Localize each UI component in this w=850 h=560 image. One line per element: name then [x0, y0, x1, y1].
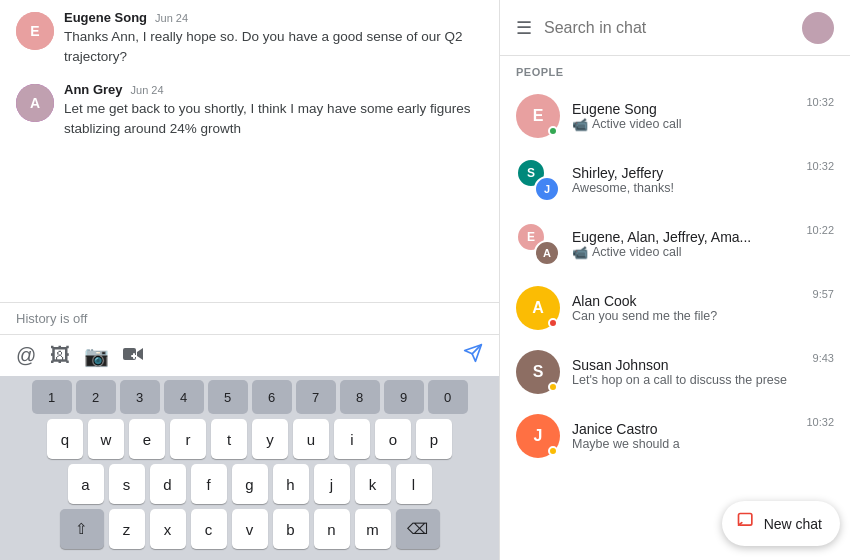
- chat-item[interactable]: EEugene Song📹Active video call10:32: [500, 84, 850, 148]
- chat-name: Alan Cook: [572, 293, 801, 309]
- camera-icon[interactable]: 📷: [84, 344, 109, 368]
- chat-item[interactable]: JJanice CastroMaybe we should a10:32: [500, 404, 850, 468]
- key-letter[interactable]: n: [314, 509, 350, 549]
- chat-time: 9:43: [813, 352, 834, 364]
- new-chat-fab[interactable]: New chat: [722, 501, 840, 546]
- status-dot: [548, 382, 558, 392]
- chat-name: Janice Castro: [572, 421, 794, 437]
- chat-name: Susan Johnson: [572, 357, 801, 373]
- chat-info: Alan CookCan you send me the file?: [572, 293, 801, 323]
- key-letter[interactable]: p: [416, 419, 452, 459]
- chat-name: Eugene, Alan, Jeffrey, Ama...: [572, 229, 794, 245]
- key-letter[interactable]: g: [232, 464, 268, 504]
- video-add-icon[interactable]: [123, 344, 145, 367]
- right-panel-wrap: ☰ PEOPLE EEugene Song📹Active video call1…: [500, 0, 850, 560]
- key-number[interactable]: 6: [252, 380, 292, 414]
- shift-key[interactable]: ⇧: [60, 509, 104, 549]
- key-number[interactable]: 1: [32, 380, 72, 414]
- search-input[interactable]: [544, 19, 790, 37]
- keyboard-row-3: ⇧zxcvbnm⌫: [0, 509, 499, 549]
- key-letter[interactable]: z: [109, 509, 145, 549]
- key-letter[interactable]: o: [375, 419, 411, 459]
- chat-preview: Awesome, thanks!: [572, 181, 794, 195]
- key-letter[interactable]: e: [129, 419, 165, 459]
- chat-item[interactable]: SJShirley, JefferyAwesome, thanks!10:32: [500, 148, 850, 212]
- key-letter[interactable]: v: [232, 509, 268, 549]
- avatar: E: [16, 12, 54, 50]
- history-off-label: History is off: [16, 311, 87, 326]
- status-dot: [548, 126, 558, 136]
- key-number[interactable]: 0: [428, 380, 468, 414]
- people-section-label: PEOPLE: [500, 56, 850, 84]
- keyboard: 1234567890 qwertyuiop asdfghjkl ⇧zxcvbnm…: [0, 376, 499, 560]
- key-letter[interactable]: k: [355, 464, 391, 504]
- chat-info: Eugene, Alan, Jeffrey, Ama...📹Active vid…: [572, 229, 794, 260]
- hamburger-icon[interactable]: ☰: [516, 17, 532, 39]
- mention-icon[interactable]: @: [16, 344, 36, 367]
- sender-name: Ann Grey: [64, 82, 123, 97]
- keyboard-row-1: qwertyuiop: [0, 419, 499, 459]
- key-letter[interactable]: s: [109, 464, 145, 504]
- key-number[interactable]: 9: [384, 380, 424, 414]
- chat-info: Susan JohnsonLet's hop on a call to disc…: [572, 357, 801, 387]
- left-panel: EEugene SongJun 24Thanks Ann, I really h…: [0, 0, 500, 560]
- key-number[interactable]: 7: [296, 380, 336, 414]
- key-letter[interactable]: h: [273, 464, 309, 504]
- send-button[interactable]: [463, 343, 483, 368]
- key-letter[interactable]: y: [252, 419, 288, 459]
- message-header: Ann GreyJun 24: [64, 82, 483, 97]
- chat-time: 9:57: [813, 288, 834, 300]
- chat-info: Eugene Song📹Active video call: [572, 101, 794, 132]
- chat-time: 10:32: [806, 416, 834, 428]
- message-text: Thanks Ann, I really hope so. Do you hav…: [64, 27, 483, 68]
- key-letter[interactable]: q: [47, 419, 83, 459]
- chat-item[interactable]: SSusan JohnsonLet's hop on a call to dis…: [500, 340, 850, 404]
- key-letter[interactable]: j: [314, 464, 350, 504]
- number-row: 1234567890: [0, 380, 499, 414]
- chat-list: EEugene Song📹Active video call10:32SJShi…: [500, 84, 850, 560]
- key-letter[interactable]: m: [355, 509, 391, 549]
- video-call-icon: 📹: [572, 245, 588, 260]
- status-dot: [548, 318, 558, 328]
- user-avatar[interactable]: [802, 12, 834, 44]
- chat-item[interactable]: EAEugene, Alan, Jeffrey, Ama...📹Active v…: [500, 212, 850, 276]
- chat-preview: 📹Active video call: [572, 245, 794, 260]
- key-number[interactable]: 8: [340, 380, 380, 414]
- key-letter[interactable]: x: [150, 509, 186, 549]
- key-letter[interactable]: i: [334, 419, 370, 459]
- key-letter[interactable]: u: [293, 419, 329, 459]
- chat-item[interactable]: AAlan CookCan you send me the file?9:57: [500, 276, 850, 340]
- key-number[interactable]: 4: [164, 380, 204, 414]
- key-letter[interactable]: b: [273, 509, 309, 549]
- message-date: Jun 24: [155, 12, 188, 24]
- key-letter[interactable]: d: [150, 464, 186, 504]
- chat-avatar-wrap: A: [516, 286, 560, 330]
- message-date: Jun 24: [131, 84, 164, 96]
- keyboard-row-2: asdfghjkl: [0, 464, 499, 504]
- chat-name: Shirley, Jeffery: [572, 165, 794, 181]
- svg-rect-2: [133, 353, 135, 359]
- chat-info: Shirley, JefferyAwesome, thanks!: [572, 165, 794, 195]
- video-call-icon: 📹: [572, 117, 588, 132]
- chat-preview: Let's hop on a call to discuss the prese: [572, 373, 801, 387]
- chat-preview: Maybe we should a: [572, 437, 794, 451]
- input-toolbar: @ 🖼 📷: [0, 335, 499, 376]
- new-chat-icon: [736, 511, 756, 536]
- chat-avatar-wrap: SJ: [516, 158, 560, 202]
- key-number[interactable]: 2: [76, 380, 116, 414]
- key-letter[interactable]: t: [211, 419, 247, 459]
- right-panel: ☰ PEOPLE EEugene Song📹Active video call1…: [500, 0, 850, 560]
- message-group: AAnn GreyJun 24Let me get back to you sh…: [16, 82, 483, 140]
- key-letter[interactable]: w: [88, 419, 124, 459]
- key-number[interactable]: 3: [120, 380, 160, 414]
- image-icon[interactable]: 🖼: [50, 344, 70, 367]
- key-letter[interactable]: f: [191, 464, 227, 504]
- key-letter[interactable]: a: [68, 464, 104, 504]
- key-letter[interactable]: l: [396, 464, 432, 504]
- chat-avatar-wrap: E: [516, 94, 560, 138]
- backspace-key[interactable]: ⌫: [396, 509, 440, 549]
- key-letter[interactable]: c: [191, 509, 227, 549]
- key-number[interactable]: 5: [208, 380, 248, 414]
- search-header: ☰: [500, 0, 850, 56]
- key-letter[interactable]: r: [170, 419, 206, 459]
